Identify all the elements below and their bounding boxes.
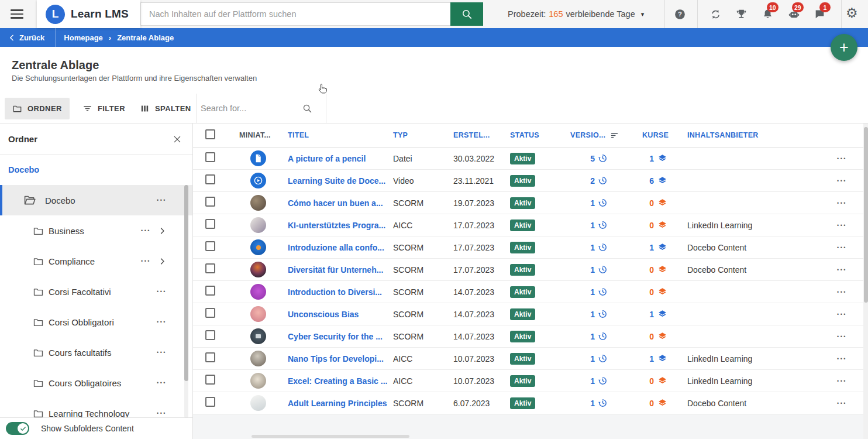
row-checkbox[interactable] xyxy=(205,197,215,207)
row-menu-button[interactable]: ••• xyxy=(837,356,847,362)
version-history-icon[interactable] xyxy=(598,287,608,297)
row-menu-button[interactable]: ••• xyxy=(837,267,847,273)
folder-tree-item-docebo[interactable]: Docebo ••• xyxy=(0,185,192,215)
row-checkbox[interactable] xyxy=(205,241,215,251)
version-history-icon[interactable] xyxy=(598,265,608,275)
row-thumbnail[interactable] xyxy=(250,284,266,300)
item-title-link[interactable]: Cómo hacer un buen a... xyxy=(283,198,393,208)
item-title-link[interactable]: KI-unterstütztes Progra... xyxy=(283,221,393,230)
folders-button[interactable]: ORDNER xyxy=(5,98,70,119)
version-count[interactable]: 1 xyxy=(576,198,595,208)
column-header-erstellt[interactable]: ERSTEL... xyxy=(453,131,510,139)
item-title-link[interactable]: Introduction to Diversi... xyxy=(283,287,393,297)
row-menu-button[interactable]: ••• xyxy=(837,245,847,251)
row-menu-button[interactable]: ••• xyxy=(837,334,847,339)
row-checkbox[interactable] xyxy=(205,263,215,273)
column-header-version[interactable]: VERSIO... xyxy=(569,131,620,140)
folder-tree-item-cours-facultatifs[interactable]: Cours facultatifs ••• xyxy=(0,337,192,368)
gamification-trophy-icon[interactable] xyxy=(735,8,748,21)
courses-count[interactable]: 0 xyxy=(627,399,654,408)
row-menu-button[interactable]: ••• xyxy=(837,311,847,317)
item-title-link[interactable]: Diversität für Unterneh... xyxy=(283,265,393,275)
courses-count[interactable]: 0 xyxy=(627,287,654,297)
courses-count[interactable]: 0 xyxy=(627,198,654,208)
item-title-link[interactable]: Unconscious Bias xyxy=(283,310,393,319)
version-count[interactable]: 1 xyxy=(576,287,595,297)
row-menu-button[interactable]: ••• xyxy=(837,400,847,406)
row-checkbox[interactable] xyxy=(205,397,215,407)
folder-tree-item-corsi-facoltativi[interactable]: Corsi Facoltativi ••• xyxy=(0,276,192,307)
row-menu-button[interactable]: ••• xyxy=(837,378,847,384)
courses-count[interactable]: 1 xyxy=(627,154,654,163)
row-thumbnail[interactable] xyxy=(250,328,266,344)
row-thumbnail[interactable] xyxy=(250,373,266,389)
version-count[interactable]: 5 xyxy=(576,154,595,163)
row-checkbox[interactable] xyxy=(205,174,215,184)
layers-icon[interactable] xyxy=(657,265,667,275)
row-thumbnail[interactable] xyxy=(250,351,266,366)
row-checkbox[interactable] xyxy=(205,375,215,385)
courses-count[interactable]: 0 xyxy=(627,265,654,275)
folder-menu-button[interactable]: ••• xyxy=(157,319,167,325)
layers-icon[interactable] xyxy=(657,331,667,341)
layers-icon[interactable] xyxy=(657,287,667,297)
item-title-link[interactable]: Excel: Creating a Basic ... xyxy=(283,376,393,386)
hamburger-menu-icon[interactable] xyxy=(11,9,23,21)
column-header-kurse[interactable]: KURSE xyxy=(620,131,687,139)
courses-count[interactable]: 1 xyxy=(627,310,654,319)
version-count[interactable]: 1 xyxy=(576,399,595,408)
version-count[interactable]: 1 xyxy=(576,354,595,363)
layers-icon[interactable] xyxy=(657,309,667,319)
item-title-link[interactable]: Cyber Security for the ... xyxy=(283,332,393,341)
row-checkbox[interactable] xyxy=(205,152,215,162)
item-title-link[interactable]: Adult Learning Principles xyxy=(283,399,393,408)
item-title-link[interactable]: A picture of a pencil xyxy=(283,154,393,163)
row-checkbox[interactable] xyxy=(205,308,215,318)
courses-count[interactable]: 1 xyxy=(627,243,654,252)
row-thumbnail[interactable] xyxy=(250,239,266,255)
help-icon[interactable] xyxy=(674,8,687,21)
row-thumbnail[interactable] xyxy=(250,173,266,188)
global-search-input[interactable] xyxy=(140,2,450,26)
folder-tree-item-cours-obligatoires[interactable]: Cours Obligatoires ••• xyxy=(0,368,192,398)
version-history-icon[interactable] xyxy=(598,153,608,163)
row-checkbox[interactable] xyxy=(205,352,215,362)
folder-menu-button[interactable]: ••• xyxy=(157,197,167,203)
courses-count[interactable]: 1 xyxy=(627,354,654,363)
back-button[interactable]: Zurück xyxy=(0,28,55,47)
row-thumbnail[interactable] xyxy=(250,217,266,233)
show-subfolders-toggle[interactable] xyxy=(6,422,29,435)
layers-icon[interactable] xyxy=(657,376,667,386)
folder-menu-button[interactable]: ••• xyxy=(157,349,167,355)
courses-count[interactable]: 0 xyxy=(627,221,654,230)
folder-menu-button[interactable]: ••• xyxy=(157,380,167,386)
layers-icon[interactable] xyxy=(657,153,667,163)
columns-button[interactable]: SPALTEN xyxy=(132,98,199,119)
version-count[interactable]: 2 xyxy=(576,176,595,186)
folder-tree-item-learning-technology[interactable]: Learning Technology ••• xyxy=(0,398,192,418)
version-count[interactable]: 1 xyxy=(576,243,595,252)
folder-menu-button[interactable]: ••• xyxy=(141,228,151,234)
horizontal-scrollbar-thumb[interactable] xyxy=(252,435,409,438)
column-header-status[interactable]: STATUS xyxy=(510,131,569,139)
layers-icon[interactable] xyxy=(657,198,667,208)
folder-menu-button[interactable]: ••• xyxy=(157,289,167,294)
trial-period-dropdown[interactable]: Probezeit: 165 verbleibende Tage ▾ xyxy=(508,0,644,28)
item-title-link[interactable]: Introduzione alla confo... xyxy=(283,243,393,252)
chevron-right-icon[interactable] xyxy=(158,227,167,235)
column-header-typ[interactable]: TYP xyxy=(393,131,453,139)
select-all-checkbox[interactable] xyxy=(205,129,215,139)
row-menu-button[interactable]: ••• xyxy=(837,178,847,184)
folder-tree-item-corsi-obbligatori[interactable]: Corsi Obbligatori ••• xyxy=(0,307,192,337)
folder-tree-item-compliance[interactable]: Compliance ••• xyxy=(0,246,192,276)
filter-button[interactable]: FILTER xyxy=(75,98,133,119)
column-header-titel[interactable]: TITEL xyxy=(283,131,393,139)
root-folder-link[interactable]: Docebo xyxy=(8,165,39,174)
row-thumbnail[interactable] xyxy=(250,195,266,211)
row-menu-button[interactable]: ••• xyxy=(837,222,847,228)
folder-tree-item-business[interactable]: Business ••• xyxy=(0,215,192,246)
layers-icon[interactable] xyxy=(657,354,667,363)
page-scrollbar-thumb[interactable] xyxy=(864,127,868,303)
version-history-icon[interactable] xyxy=(598,220,608,230)
folder-menu-button[interactable]: ••• xyxy=(157,410,167,416)
